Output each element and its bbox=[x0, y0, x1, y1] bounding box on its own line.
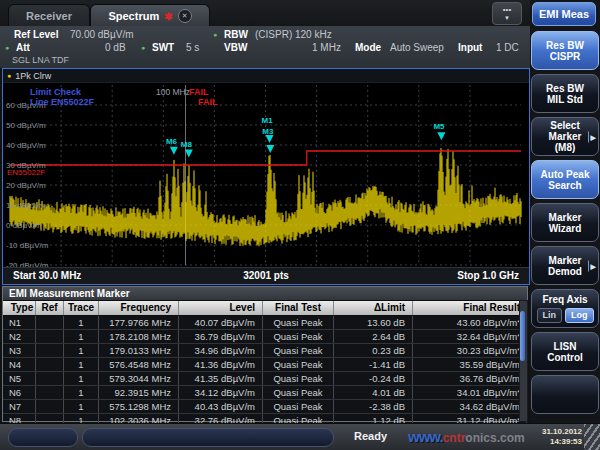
watermark: www.cntronics.com bbox=[408, 428, 525, 446]
column-header-level: Level bbox=[179, 301, 263, 315]
marker-arrow-icon[interactable] bbox=[170, 147, 178, 155]
softkey-label: Control bbox=[547, 352, 583, 363]
swt-value[interactable]: 5 s bbox=[186, 42, 199, 53]
date-label: 31.10.2012 bbox=[522, 427, 582, 437]
mode-value[interactable]: Auto Sweep bbox=[390, 42, 444, 53]
table-cell: -1.41 dB bbox=[334, 358, 413, 371]
softkey-auto-peak-search[interactable]: Auto PeakSearch bbox=[531, 160, 599, 199]
table-cell bbox=[36, 330, 64, 343]
trace-indicator-row: ● 1Pk Clrw bbox=[3, 69, 529, 83]
taskbar-button-2[interactable] bbox=[82, 428, 334, 447]
column-header-trace: Trace bbox=[64, 301, 99, 315]
status-bar: Ready www.cntronics.com 31.10.2012 14:39… bbox=[0, 423, 600, 450]
tab-spectrum-label: Spectrum bbox=[108, 10, 159, 22]
datetime-display: 31.10.2012 14:39:53 bbox=[522, 427, 582, 447]
att-value[interactable]: 0 dB bbox=[105, 42, 126, 53]
marker-label-M3[interactable]: M3 bbox=[262, 127, 274, 136]
tab-receiver[interactable]: Receiver bbox=[8, 4, 90, 27]
softkey-marker-demod[interactable]: MarkerDemod▶ bbox=[531, 246, 599, 285]
table-cell bbox=[36, 316, 64, 329]
marker-arrow-icon[interactable] bbox=[266, 145, 274, 153]
status-ready-label: Ready bbox=[354, 430, 387, 442]
table-cell: 579.3044 MHz bbox=[99, 372, 179, 385]
final-result-value: 36.76 dBµV/m bbox=[413, 372, 527, 385]
softkey-select-marker-m8-[interactable]: SelectMarker(M8)▶ bbox=[531, 117, 599, 156]
tab-bar: Receiver Spectrum ✱ ✕ ••• ▼ bbox=[0, 0, 530, 26]
table-cell: 41.35 dBµV/m bbox=[179, 372, 263, 385]
close-tab-icon[interactable]: ✕ bbox=[178, 9, 192, 23]
limit-check-result-2: FAIL bbox=[198, 97, 218, 107]
softkey-freq-axis[interactable]: Freq AxisLinLog bbox=[531, 289, 599, 328]
table-cell bbox=[36, 372, 64, 385]
table-cell bbox=[36, 386, 64, 399]
table-cell: 1 bbox=[64, 316, 99, 329]
y-axis-label: 10 dBµV/m bbox=[6, 201, 46, 210]
marker-label-M1[interactable]: M1 bbox=[262, 116, 274, 125]
toggle-option-lin[interactable]: Lin bbox=[537, 308, 563, 323]
final-result-value: 30.23 dBµV/m* bbox=[413, 344, 527, 357]
softkey-marker-wizard[interactable]: MarkerWizard bbox=[531, 203, 599, 242]
softkey-blank-8[interactable] bbox=[531, 375, 599, 414]
x-gridline-label: 100 MHz bbox=[156, 87, 190, 97]
table-header-row: TypeRefTraceFrequencyLevelFinal TestΔLim… bbox=[3, 301, 527, 316]
table-row[interactable]: N71575.1298 MHz40.43 dBµV/mQuasi Peak-2.… bbox=[3, 400, 527, 414]
limit-check-line-label: Line EN55022F bbox=[30, 97, 95, 107]
vbw-value[interactable]: 1 MHz bbox=[312, 42, 341, 53]
softkey-label: Res BW bbox=[546, 40, 584, 51]
ref-level-value[interactable]: 70.00 dBµV/m bbox=[70, 29, 134, 40]
softkey-lisn-control[interactable]: LISNControl bbox=[531, 332, 599, 371]
input-label: Input bbox=[458, 42, 482, 53]
y-axis-label: 20 dBµV/m bbox=[6, 181, 46, 190]
marker-label-M8[interactable]: M8 bbox=[181, 140, 193, 149]
watermark-part-1: www. bbox=[408, 428, 443, 445]
input-value[interactable]: 1 DC bbox=[496, 42, 519, 53]
spectrum-plot-svg: EN55022F60 dBµV/m50 dBµV/m40 dBµV/m30 dB… bbox=[3, 83, 529, 267]
rbw-value[interactable]: (CISPR) 120 kHz bbox=[255, 29, 332, 40]
table-cell: 41.36 dBµV/m bbox=[179, 358, 263, 371]
table-row[interactable]: N21178.2108 MHz36.79 dBµV/mQuasi Peak2.6… bbox=[3, 330, 527, 344]
softkey-res-bw-mil-std[interactable]: Res BWMIL Std bbox=[531, 74, 599, 113]
spectrum-plot[interactable]: EN55022F60 dBµV/m50 dBµV/m40 dBµV/m30 dB… bbox=[3, 83, 529, 267]
marker-label-M6[interactable]: M6 bbox=[166, 137, 178, 146]
toggle-option-log[interactable]: Log bbox=[565, 308, 594, 323]
softkey-label: LISN bbox=[554, 341, 577, 352]
table-row[interactable]: N41576.4548 MHz41.36 dBµV/mQuasi Peak-1.… bbox=[3, 358, 527, 372]
column-header--limit: ΔLimit bbox=[334, 301, 413, 315]
scrollbar-thumb[interactable] bbox=[520, 311, 525, 361]
table-cell bbox=[36, 344, 64, 357]
taskbar-button-1[interactable] bbox=[8, 428, 78, 447]
column-header-frequency: Frequency bbox=[99, 301, 179, 315]
table-row[interactable]: N6192.3915 MHz34.12 dBµV/mQuasi Peak4.01… bbox=[3, 386, 527, 400]
watermark-part-3: onics.com bbox=[465, 431, 524, 445]
sweep-mode-indicators: SGL LNA TDF bbox=[12, 55, 69, 65]
softkey-res-bw-cispr[interactable]: Res BWCISPR bbox=[531, 31, 599, 70]
column-header-ref: Ref bbox=[36, 301, 64, 315]
column-header-type: Type bbox=[3, 301, 36, 315]
marker-label-M5[interactable]: M5 bbox=[433, 122, 445, 131]
emi-marker-table: TypeRefTraceFrequencyLevelFinal TestΔLim… bbox=[3, 301, 527, 428]
final-result-value: 43.60 dBµV/m* bbox=[413, 316, 527, 329]
table-cell: Quasi Peak bbox=[263, 316, 334, 329]
y-axis-label: 50 dBµV/m bbox=[6, 121, 46, 130]
softkey-label: Demod bbox=[548, 266, 582, 277]
table-row[interactable]: N51579.3044 MHz41.35 dBµV/mQuasi Peak-0.… bbox=[3, 372, 527, 386]
marker-arrow-icon[interactable] bbox=[437, 132, 445, 140]
main-display: Receiver Spectrum ✱ ✕ ••• ▼ Ref Level 70… bbox=[0, 0, 530, 450]
trace-led-icon: ● bbox=[7, 72, 11, 79]
table-cell: 13.60 dB bbox=[334, 316, 413, 329]
softkey-label: Marker bbox=[549, 212, 582, 223]
resize-grip-icon bbox=[584, 424, 600, 450]
y-axis-label: -10 dBµV/m bbox=[6, 241, 49, 250]
table-cell: Quasi Peak bbox=[263, 344, 334, 357]
final-result-value: 34.62 dBµV/m bbox=[413, 400, 527, 413]
table-cell bbox=[36, 358, 64, 371]
table-cell: 1 bbox=[64, 330, 99, 343]
vbw-label: VBW bbox=[224, 42, 247, 53]
spectrum-trace bbox=[10, 148, 521, 246]
softkey-label: MIL Std bbox=[547, 94, 583, 105]
tab-spectrum[interactable]: Spectrum ✱ ✕ bbox=[90, 4, 210, 27]
toolbar-overflow-button[interactable]: ••• ▼ bbox=[492, 2, 522, 25]
table-row[interactable]: N11177.9766 MHz40.07 dBµV/mQuasi Peak13.… bbox=[3, 316, 527, 330]
table-scrollbar[interactable] bbox=[519, 300, 528, 422]
table-row[interactable]: N31179.0133 MHz34.96 dBµV/mQuasi Peak0.2… bbox=[3, 344, 527, 358]
